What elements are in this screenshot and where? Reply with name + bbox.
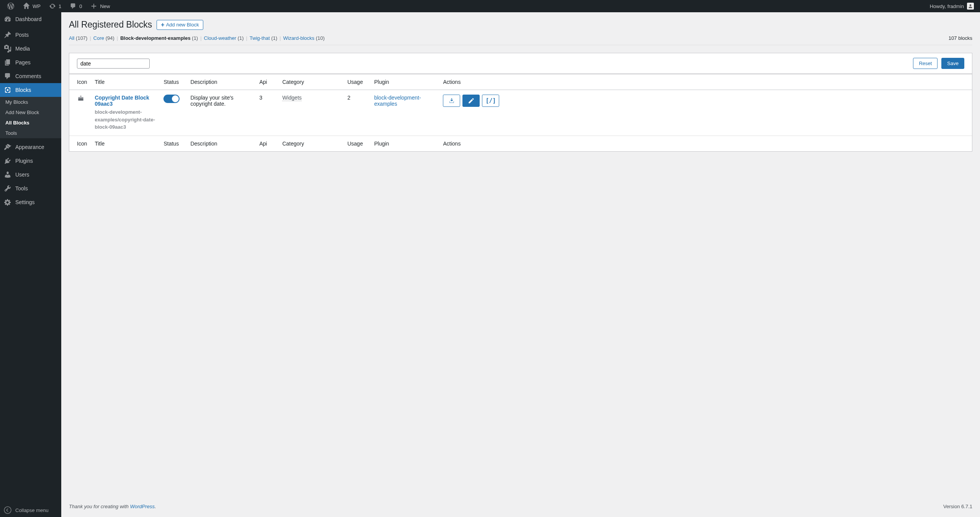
filter-twig-that[interactable]: Twig-that — [250, 35, 270, 41]
code-action-button[interactable]: [/] — [482, 95, 499, 107]
tf-api[interactable]: Api — [255, 136, 278, 151]
new-content-menu[interactable]: New — [87, 0, 113, 12]
filter-count: (107) — [76, 35, 87, 41]
filter-count: (1) — [192, 35, 198, 41]
page-title: All Registered Blocks — [69, 20, 152, 30]
filter-all[interactable]: All — [69, 35, 74, 41]
filter-core[interactable]: Core — [93, 35, 104, 41]
sidebar-item-label: Appearance — [15, 144, 44, 150]
users-icon — [4, 171, 11, 178]
avatar — [967, 3, 974, 10]
wordpress-icon — [7, 2, 15, 10]
table-footer-row: Icon Title Status Description Api Catego… — [69, 136, 972, 151]
sidebar-item-tools[interactable]: Tools — [0, 182, 61, 195]
filter-block-dev-examples[interactable]: Block-development-examples — [120, 35, 191, 41]
sidebar-item-label: Settings — [15, 199, 35, 205]
submenu-all-blocks[interactable]: All Blocks — [0, 118, 61, 128]
sidebar-item-settings[interactable]: Settings — [0, 195, 61, 209]
cell-icon — [69, 90, 91, 136]
block-title-link[interactable]: Copyright Date Block 09aac3 — [95, 95, 156, 107]
tf-title[interactable]: Title — [91, 136, 160, 151]
filter-cloud-weather[interactable]: Cloud-weather — [204, 35, 237, 41]
new-label: New — [100, 3, 110, 9]
add-new-block-button[interactable]: + Add new Block — [157, 20, 203, 30]
save-button[interactable]: Save — [941, 58, 964, 69]
tf-category[interactable]: Category — [278, 136, 343, 151]
updates-menu[interactable]: 1 — [46, 0, 64, 12]
search-input[interactable] — [77, 59, 150, 69]
status-toggle[interactable] — [163, 95, 180, 103]
submenu-add-new-block[interactable]: Add New Block — [0, 107, 61, 118]
wp-logo-menu[interactable] — [4, 0, 18, 12]
svg-point-0 — [970, 4, 972, 6]
sidebar-item-label: Tools — [15, 185, 28, 191]
dashboard-icon — [4, 15, 11, 23]
download-action-button[interactable] — [443, 95, 460, 107]
th-api[interactable]: Api — [255, 74, 278, 90]
th-actions: Actions — [439, 74, 972, 90]
sidebar-item-label: Comments — [15, 73, 41, 79]
blocks-submenu: My Blocks Add New Block All Blocks Tools — [0, 97, 61, 138]
sidebar-item-posts[interactable]: Posts — [0, 28, 61, 42]
sidebar-item-label: Plugins — [15, 158, 33, 164]
plus-icon: + — [161, 22, 164, 28]
comments-icon — [4, 72, 11, 80]
wordpress-link[interactable]: WordPress — [130, 504, 155, 509]
plugin-link[interactable]: block-development-examples — [374, 95, 421, 107]
th-status[interactable]: Status — [160, 74, 186, 90]
admin-footer: Thank you for creating with WordPress. V… — [69, 496, 972, 517]
sidebar-item-comments[interactable]: Comments — [0, 69, 61, 83]
sidebar-item-plugins[interactable]: Plugins — [0, 154, 61, 168]
table-header-row: Icon Title Status Description Api Catego… — [69, 74, 972, 90]
category-text: Widgets — [282, 95, 302, 101]
my-account-menu[interactable]: Howdy, fradmin — [928, 3, 976, 10]
sidebar-item-label: Pages — [15, 59, 31, 65]
tf-icon: Icon — [69, 136, 91, 151]
submenu-tools[interactable]: Tools — [0, 128, 61, 138]
sidebar-item-users[interactable]: Users — [0, 168, 61, 182]
sidebar-item-label: Blocks — [15, 87, 31, 93]
comments-menu[interactable]: 0 — [66, 0, 85, 12]
sidebar-item-label: Posts — [15, 32, 29, 38]
collapse-menu[interactable]: Collapse menu — [0, 503, 61, 517]
filter-wizard-blocks[interactable]: Wizard-blocks — [283, 35, 315, 41]
sidebar-item-blocks[interactable]: Blocks — [0, 83, 61, 97]
sidebar-item-label: Media — [15, 46, 30, 52]
filter-count: (1) — [238, 35, 244, 41]
plus-icon — [90, 2, 98, 10]
tf-description[interactable]: Description — [186, 136, 255, 151]
th-description[interactable]: Description — [186, 74, 255, 90]
blocks-icon — [4, 86, 11, 94]
sidebar-item-pages[interactable]: Pages — [0, 56, 61, 69]
pin-icon — [4, 31, 11, 39]
th-category[interactable]: Category — [278, 74, 343, 90]
sidebar-item-appearance[interactable]: Appearance — [0, 140, 61, 154]
tf-status[interactable]: Status — [160, 136, 186, 151]
admin-bar: WP 1 0 New Howdy, fradmin — [0, 0, 980, 12]
edit-action-button[interactable] — [462, 95, 480, 107]
sidebar-item-dashboard[interactable]: Dashboard — [0, 12, 61, 26]
sidebar-item-media[interactable]: Media — [0, 42, 61, 56]
tf-usage[interactable]: Usage — [343, 136, 370, 151]
site-name: WP — [33, 3, 41, 9]
filter-count: (10) — [316, 35, 325, 41]
code-icon: [/] — [485, 97, 496, 104]
reset-button[interactable]: Reset — [913, 58, 938, 69]
comment-icon — [69, 2, 77, 10]
tf-plugin[interactable]: Plugin — [370, 136, 439, 151]
cell-plugin: block-development-examples — [370, 90, 439, 136]
th-usage[interactable]: Usage — [343, 74, 370, 90]
th-plugin[interactable]: Plugin — [370, 74, 439, 90]
search-row: Reset Save — [69, 53, 972, 74]
howdy-text: Howdy, fradmin — [930, 3, 964, 9]
tools-icon — [4, 185, 11, 192]
collapse-label: Collapse menu — [15, 507, 49, 513]
page-header: All Registered Blocks + Add new Block — [69, 16, 972, 31]
sidebar-item-label: Dashboard — [15, 16, 42, 22]
cell-description: Display your site's copyright date. — [186, 90, 255, 136]
th-title[interactable]: Title — [91, 74, 160, 90]
sidebar-item-label: Users — [15, 172, 29, 178]
submenu-my-blocks[interactable]: My Blocks — [0, 97, 61, 107]
site-menu[interactable]: WP — [20, 0, 44, 12]
th-icon: Icon — [69, 74, 91, 90]
